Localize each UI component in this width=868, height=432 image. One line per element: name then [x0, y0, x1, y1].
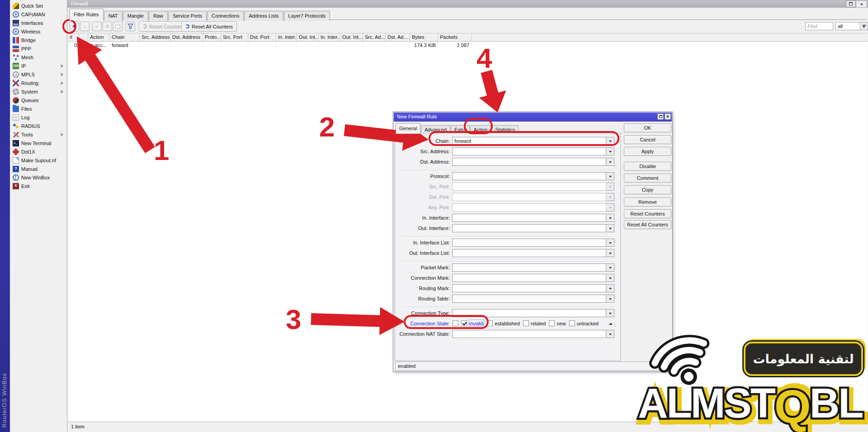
sidebar-item-new-winbox[interactable]: New WinBox: [10, 173, 67, 182]
sidebar-item-ip[interactable]: IP: [10, 61, 67, 70]
sidebar-item-capsman[interactable]: CAPsMAN: [10, 10, 67, 19]
sidebar-item-routing[interactable]: Routing: [10, 79, 67, 87]
filter-button[interactable]: [126, 22, 135, 31]
disable-button[interactable]: Disable: [624, 162, 671, 171]
dropdown-button[interactable]: [860, 23, 868, 30]
sidebar-item-bridge[interactable]: Bridge: [10, 36, 67, 44]
table-row[interactable]: 0✔acc...forward174.3 KiB2 087: [68, 42, 472, 49]
firewall-window-titlebar[interactable]: Firewall: [67, 0, 868, 8]
column-header-bytes[interactable]: Bytes: [410, 33, 438, 42]
dropdown-button[interactable]: [606, 249, 614, 257]
sidebar-item-interfaces[interactable]: Interfaces: [10, 19, 67, 27]
dropdown-button[interactable]: [606, 309, 614, 317]
input-in-interface-list[interactable]: [452, 239, 606, 247]
sidebar-item-quick-set[interactable]: Quick Set: [10, 1, 67, 10]
dropdown-button[interactable]: [606, 263, 614, 272]
tab-service-ports[interactable]: Service Ports: [168, 11, 207, 21]
dialog-close-button[interactable]: ✕: [665, 113, 671, 120]
dialog-titlebar[interactable]: New Firewall Rule: [394, 113, 672, 122]
disable-rule-button[interactable]: ✕: [103, 22, 112, 31]
sidebar-item-exit[interactable]: Exit: [10, 182, 67, 190]
dropdown-button[interactable]: [606, 193, 614, 201]
checkbox-related[interactable]: [523, 320, 529, 326]
collapse-button[interactable]: [607, 319, 615, 328]
apply-button[interactable]: Apply: [624, 147, 671, 156]
tab-raw[interactable]: Raw: [149, 11, 168, 21]
input-in-interface[interactable]: [452, 214, 606, 222]
input-routing-mark[interactable]: [452, 284, 606, 292]
cancel-button[interactable]: Cancel: [624, 135, 671, 144]
column-header-proto[interactable]: Proto...: [203, 33, 221, 42]
column-header-chain[interactable]: Chain: [110, 33, 140, 42]
comment-button[interactable]: [113, 22, 123, 31]
tab-filter-rules[interactable]: Filter Rules: [69, 9, 104, 20]
column-header-in-inter[interactable]: In. Inter...: [319, 33, 340, 42]
input-any-port[interactable]: [452, 203, 606, 211]
input-dst-port[interactable]: [452, 193, 606, 201]
input-out-interface[interactable]: [452, 224, 606, 232]
input-routing-table[interactable]: [452, 295, 606, 303]
sidebar-item-mpls[interactable]: MPLS: [10, 70, 67, 79]
sidebar-item-system[interactable]: System: [10, 87, 67, 96]
dialog-restore-button[interactable]: [657, 113, 664, 120]
sidebar-item-files[interactable]: Files: [10, 104, 67, 113]
sidebar-item-new-terminal[interactable]: New Terminal: [10, 139, 67, 147]
window-restore-button[interactable]: [846, 0, 856, 7]
dropdown-button[interactable]: [606, 330, 614, 338]
sidebar-item-queues[interactable]: Queues: [10, 96, 67, 104]
dropdown-button[interactable]: [606, 203, 614, 211]
sidebar-item-log[interactable]: Log: [10, 113, 67, 122]
column-header-out-int[interactable]: Out. Int...: [340, 33, 363, 42]
input-src-port[interactable]: [452, 183, 606, 191]
column-header-in-inter[interactable]: In. Inter...: [276, 33, 297, 42]
comment-button[interactable]: Comment: [624, 174, 671, 183]
find-input[interactable]: [805, 22, 833, 30]
tab-connections[interactable]: Connections: [207, 11, 244, 21]
dropdown-button[interactable]: [606, 295, 614, 303]
dropdown-button[interactable]: [606, 224, 614, 232]
dropdown-button[interactable]: [606, 284, 614, 292]
input-connection-mark[interactable]: [452, 274, 606, 282]
input-connection-nat-state[interactable]: [452, 330, 606, 338]
tab-layer7-protocols[interactable]: Layer7 Protocols: [284, 11, 330, 21]
filter-scope-dropdown[interactable]: all: [835, 22, 868, 30]
sidebar-item-mesh[interactable]: Mesh: [10, 53, 67, 61]
column-header-dst-address[interactable]: Dst. Address: [170, 33, 203, 42]
input-src-address[interactable]: [452, 147, 606, 155]
input-dst-address[interactable]: [452, 158, 606, 166]
sidebar-item-manual[interactable]: Manual: [10, 164, 67, 173]
column-header-src-address[interactable]: Src. Address: [140, 33, 170, 42]
reset-all-counters-button[interactable]: Reset All Counters: [181, 21, 237, 32]
dropdown-button[interactable]: [606, 147, 614, 155]
dropdown-button[interactable]: [606, 158, 614, 166]
sidebar-item-ppp[interactable]: PPP: [10, 44, 67, 53]
input-out-interface-list[interactable]: [452, 249, 606, 257]
reset-counters-button[interactable]: Reset Counters: [624, 209, 671, 218]
sidebar-item-make-supout-rif[interactable]: Make Supout.rif: [10, 156, 67, 164]
checkbox-new[interactable]: [549, 320, 555, 326]
dialog-tab-general[interactable]: General: [396, 123, 420, 134]
column-select-button[interactable]: [856, 0, 867, 8]
input-protocol[interactable]: [452, 172, 606, 180]
checkbox-untracked[interactable]: [569, 320, 575, 326]
sidebar-item-tools[interactable]: Tools: [10, 130, 67, 139]
reset-all-counters-button[interactable]: Reset All Counters: [624, 220, 671, 229]
column-header-dst-port[interactable]: Dst. Port: [248, 33, 276, 42]
column-header-dst-ad[interactable]: Dst. Ad...: [386, 33, 410, 42]
sidebar-item-radius[interactable]: RADIUS: [10, 122, 67, 130]
copy-button[interactable]: Copy: [624, 185, 671, 194]
column-header-src-ad[interactable]: Src. Ad...: [363, 33, 386, 42]
tab-address-lists[interactable]: Address Lists: [244, 11, 283, 21]
sidebar-item-dot1x[interactable]: Dot1X: [10, 147, 67, 156]
enable-rule-button[interactable]: ✓: [92, 22, 102, 31]
tab-nat[interactable]: NAT: [104, 11, 123, 21]
reset-counters-button[interactable]: Reset Counters: [139, 21, 188, 32]
dropdown-button[interactable]: [606, 172, 614, 180]
sidebar-item-wireless[interactable]: Wireless: [10, 27, 67, 36]
dropdown-button[interactable]: [606, 274, 614, 282]
column-header-packets[interactable]: Packets: [438, 33, 472, 42]
dropdown-button[interactable]: [606, 239, 614, 247]
column-header-out-int[interactable]: Out. Int...: [297, 33, 319, 42]
remove-button[interactable]: Remove: [624, 197, 671, 207]
dropdown-button[interactable]: [606, 214, 614, 222]
